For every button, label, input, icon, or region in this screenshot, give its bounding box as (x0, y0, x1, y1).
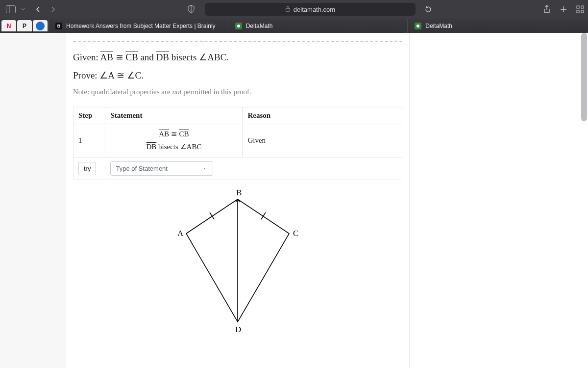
forward-button-icon[interactable] (49, 5, 57, 13)
word-bisects: bisects (158, 143, 178, 151)
angle-symbol: ∠ (199, 52, 207, 62)
svg-rect-3 (577, 6, 579, 8)
header-statement: Statement (105, 107, 243, 124)
step-number: 1 (74, 124, 105, 158)
angle-abc: ABC (187, 143, 202, 151)
header-step: Step (74, 107, 105, 124)
tab-label: DeltaMath (246, 23, 273, 29)
tab-deltamath-2[interactable]: DeltaMath (407, 19, 587, 33)
problem-page: Given: AB ≅ CB and DB bisects ∠ABC. Prov… (66, 41, 409, 344)
note-em: not (172, 88, 181, 96)
label-a: A (177, 229, 184, 238)
tab-label: DeltaMath (425, 23, 452, 29)
proof-table: Step Statement Reason 1 AB ≅ CB DB (73, 107, 402, 180)
brainly-favicon-icon: B (55, 23, 62, 29)
svg-rect-0 (6, 6, 16, 13)
scrollbar-thumb[interactable] (581, 33, 587, 121)
lock-icon (285, 6, 291, 13)
table-row: 1 AB ≅ CB DB bisects ∠ABC (74, 124, 402, 158)
type-cell: Type of Statement (105, 158, 402, 180)
chevron-down-icon (203, 166, 208, 171)
address-bar[interactable]: deltamath.com (205, 3, 416, 16)
right-gutter (409, 33, 588, 368)
deltamath-favicon-icon (235, 23, 242, 29)
pinned-tab-1[interactable]: N (1, 20, 16, 31)
share-icon[interactable] (543, 5, 551, 14)
left-gutter (0, 33, 66, 368)
angle-abc: ABC (207, 52, 226, 62)
type-of-statement-select[interactable]: Type of Statement (110, 161, 213, 176)
period: . (226, 52, 229, 62)
sidebar-caret-icon[interactable] (21, 7, 25, 12)
segment-cb: CB (179, 130, 189, 138)
angle-symbol: ∠ (99, 70, 108, 80)
svg-rect-4 (581, 6, 584, 8)
given-label: Given: (73, 52, 98, 62)
congruent-symbol: ≅ (117, 70, 124, 80)
svg-rect-5 (577, 10, 579, 13)
tracking-shield-icon[interactable] (187, 5, 195, 14)
period: . (141, 70, 144, 80)
scrollbar-track[interactable] (582, 33, 588, 368)
pinned-tab-2[interactable]: P (17, 20, 32, 31)
header-reason: Reason (243, 107, 402, 124)
note-post: permitted in this proof. (183, 88, 251, 96)
svg-rect-6 (581, 10, 584, 13)
url-text: deltamath.com (294, 6, 335, 13)
browser-toolbar: deltamath.com (0, 0, 588, 19)
angle-symbol: ∠ (180, 143, 187, 151)
table-row: try Type of Statement (74, 158, 402, 180)
geometry-figure: B A C D (167, 187, 309, 334)
congruent-symbol: ≅ (171, 130, 177, 138)
new-tab-icon[interactable] (560, 5, 567, 13)
back-button-icon[interactable] (34, 5, 42, 13)
content-area: Given: AB ≅ CB and DB bisects ∠ABC. Prov… (0, 33, 588, 368)
label-b: B (236, 188, 242, 197)
segment-ab: AB (100, 52, 113, 62)
label-c: C (293, 229, 298, 238)
segment-db: DB (156, 52, 169, 62)
angle-symbol: ∠ (127, 70, 135, 80)
statement-cell: AB ≅ CB DB bisects ∠ABC (105, 124, 243, 158)
figure-container: B A C D (73, 187, 402, 334)
reload-icon[interactable] (424, 5, 432, 13)
prove-label: Prove: (73, 70, 98, 80)
tab-overview-icon[interactable] (576, 5, 584, 13)
pinned-tab-3[interactable] (33, 20, 48, 31)
tab-label: Homework Answers from Subject Matter Exp… (66, 23, 216, 29)
reason-cell: Given (243, 124, 402, 158)
select-placeholder: Type of Statement (116, 165, 168, 172)
table-header-row: Step Statement Reason (74, 107, 402, 124)
try-button[interactable]: try (78, 162, 96, 175)
word-and: and (140, 52, 153, 62)
svg-line-9 (261, 212, 266, 219)
congruent-symbol: ≅ (116, 52, 123, 62)
segment-db: DB (146, 143, 156, 151)
word-bisects: bisects (172, 52, 197, 62)
svg-rect-2 (286, 8, 290, 11)
prove-statement: Prove: ∠A ≅ ∠C. (73, 70, 402, 81)
section-divider (73, 41, 402, 42)
tab-brainly[interactable]: B Homework Answers from Subject Matter E… (48, 19, 228, 33)
angle-a: A (108, 70, 114, 80)
angle-c: C (135, 70, 142, 80)
svg-line-8 (210, 212, 214, 219)
note-text: Note: quadrilateral properties are not p… (73, 88, 402, 96)
given-statement: Given: AB ≅ CB and DB bisects ∠ABC. (73, 52, 402, 63)
sidebar-toggle-icon[interactable] (4, 4, 18, 15)
tab-strip: N P B Homework Answers from Subject Matt… (0, 19, 588, 33)
label-d: D (235, 325, 241, 334)
deltamath-favicon-icon (415, 23, 421, 29)
segment-cb: CB (125, 52, 138, 62)
segment-ab: AB (159, 130, 169, 138)
note-pre: Note: quadrilateral properties are (73, 88, 171, 96)
try-cell: try (74, 158, 105, 180)
tab-deltamath-1[interactable]: DeltaMath (228, 19, 408, 33)
